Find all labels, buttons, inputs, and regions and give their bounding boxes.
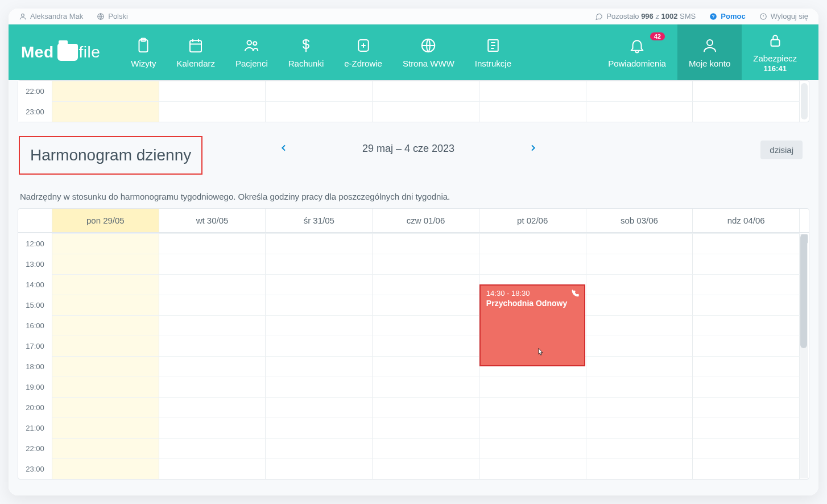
grid-cell[interactable] [159, 315, 266, 336]
grid-cell[interactable] [586, 356, 693, 377]
grid-cell[interactable] [693, 233, 800, 254]
grid-cell[interactable] [586, 458, 693, 479]
sms-counter[interactable]: Pozostało 996 z 1002 SMS [595, 12, 696, 20]
grid-cell[interactable] [266, 101, 373, 122]
grid-cell[interactable] [693, 295, 800, 315]
grid-cell[interactable] [479, 101, 586, 122]
grid-cell[interactable] [52, 254, 159, 274]
nav-calendar[interactable]: Kalendarz [166, 24, 225, 80]
prev-week-button[interactable] [279, 143, 288, 154]
grid-cell[interactable] [266, 438, 373, 458]
grid-cell[interactable] [373, 233, 479, 254]
grid-cell[interactable] [479, 233, 586, 254]
grid-cell[interactable] [159, 438, 266, 458]
next-week-button[interactable] [528, 143, 537, 154]
language-menu[interactable]: Polski [97, 12, 128, 20]
grid-cell[interactable] [373, 458, 479, 479]
scrollbar[interactable] [801, 83, 808, 119]
nav-lock[interactable]: Zabezpiecz 116:41 [742, 24, 808, 80]
grid-cell[interactable] [586, 336, 693, 356]
grid-cell[interactable] [693, 377, 800, 397]
grid-cell[interactable] [52, 101, 159, 122]
grid-cell[interactable] [586, 81, 693, 101]
day-header[interactable]: pon 29/05 [52, 209, 159, 232]
grid-cell[interactable] [159, 418, 266, 438]
nav-patients[interactable]: Pacjenci [225, 24, 278, 80]
nav-ehealth[interactable]: e-Zdrowie [334, 24, 392, 80]
today-button[interactable]: dzisiaj [760, 141, 803, 159]
grid-cell[interactable] [586, 295, 693, 315]
user-menu[interactable]: Aleksandra Mak [19, 12, 83, 20]
grid-cell[interactable] [266, 377, 373, 397]
grid-cell[interactable] [479, 418, 586, 438]
nav-visits[interactable]: Wizyty [121, 24, 166, 80]
nav-notifications[interactable]: 42 Powiadomienia [597, 24, 677, 80]
grid-cell[interactable] [52, 81, 159, 101]
grid-cell[interactable] [373, 254, 479, 274]
grid-cell[interactable] [52, 315, 159, 336]
grid-cell[interactable] [693, 81, 800, 101]
day-header[interactable]: czw 01/06 [373, 209, 479, 232]
grid-cell[interactable] [693, 254, 800, 274]
grid-cell[interactable] [266, 254, 373, 274]
grid-cell[interactable] [373, 81, 479, 101]
grid-cell[interactable] [52, 336, 159, 356]
scrollbar-thumb[interactable] [800, 234, 807, 348]
grid-cell[interactable] [479, 438, 586, 458]
grid-cell[interactable] [159, 233, 266, 254]
help-link[interactable]: ? Pomoc [709, 12, 745, 20]
grid-cell[interactable] [52, 397, 159, 418]
grid-cell[interactable] [159, 377, 266, 397]
schedule-event[interactable]: 14:30 - 18:30 Przychodnia Odnowy [479, 284, 585, 366]
grid-cell[interactable] [693, 315, 800, 336]
grid-cell[interactable] [586, 397, 693, 418]
day-header[interactable]: ndz 04/06 [693, 209, 800, 232]
grid-cell[interactable] [52, 418, 159, 438]
grid-cell[interactable] [479, 81, 586, 101]
grid-cell[interactable] [693, 418, 800, 438]
grid-cell[interactable] [693, 356, 800, 377]
grid-cell[interactable] [159, 397, 266, 418]
grid-cell[interactable] [159, 356, 266, 377]
day-header[interactable]: wt 30/05 [159, 209, 266, 232]
grid-cell[interactable] [159, 81, 266, 101]
grid-cell[interactable] [586, 438, 693, 458]
day-header[interactable]: śr 31/05 [266, 209, 373, 232]
grid-cell[interactable] [479, 377, 586, 397]
grid-cell[interactable] [693, 458, 800, 479]
grid-cell[interactable] [586, 274, 693, 295]
grid-cell[interactable] [586, 377, 693, 397]
grid-cell[interactable] [266, 458, 373, 479]
grid-cell[interactable] [373, 397, 479, 418]
grid-cell[interactable] [52, 458, 159, 479]
grid-cell[interactable] [373, 295, 479, 315]
grid-cell[interactable] [52, 377, 159, 397]
grid-cell[interactable] [693, 397, 800, 418]
grid-cell[interactable] [586, 254, 693, 274]
grid-cell[interactable] [693, 274, 800, 295]
grid-cell[interactable] [586, 315, 693, 336]
grid-cell[interactable] [159, 336, 266, 356]
grid-cell[interactable] [693, 438, 800, 458]
grid-cell[interactable] [266, 295, 373, 315]
grid-cell[interactable] [586, 418, 693, 438]
grid-cell[interactable] [373, 438, 479, 458]
grid-cell[interactable] [373, 315, 479, 336]
grid-cell[interactable] [586, 101, 693, 122]
grid-cell[interactable] [266, 356, 373, 377]
grid-cell[interactable] [373, 274, 479, 295]
grid-cell[interactable] [373, 377, 479, 397]
grid-cell[interactable] [159, 458, 266, 479]
grid-cell[interactable] [266, 233, 373, 254]
grid-cell[interactable] [159, 274, 266, 295]
grid-cell[interactable] [693, 101, 800, 122]
grid-cell[interactable] [159, 295, 266, 315]
grid-cell[interactable] [479, 458, 586, 479]
grid-cell[interactable] [479, 254, 586, 274]
grid-cell[interactable] [373, 336, 479, 356]
grid-cell[interactable] [159, 254, 266, 274]
grid-cell[interactable] [159, 101, 266, 122]
nav-account[interactable]: Moje konto [677, 24, 742, 80]
grid-cell[interactable] [266, 315, 373, 336]
grid-cell[interactable] [266, 397, 373, 418]
